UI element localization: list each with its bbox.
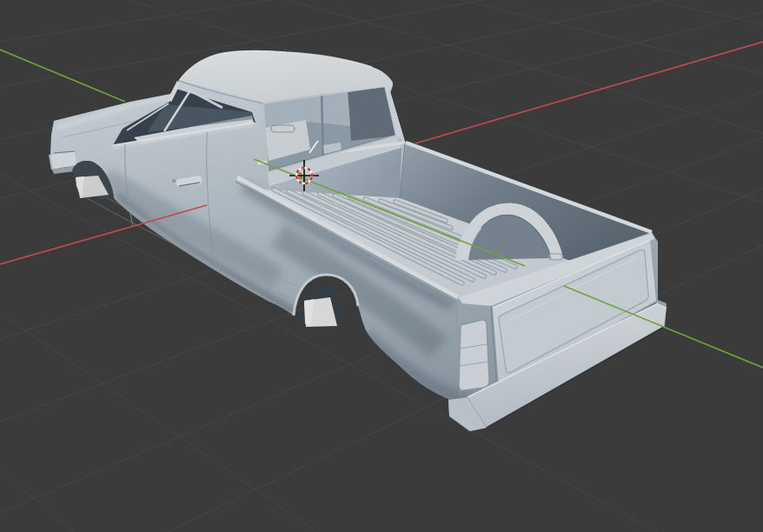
viewport-canvas[interactable] xyxy=(0,0,763,532)
blender-3d-viewport[interactable] xyxy=(0,0,763,532)
